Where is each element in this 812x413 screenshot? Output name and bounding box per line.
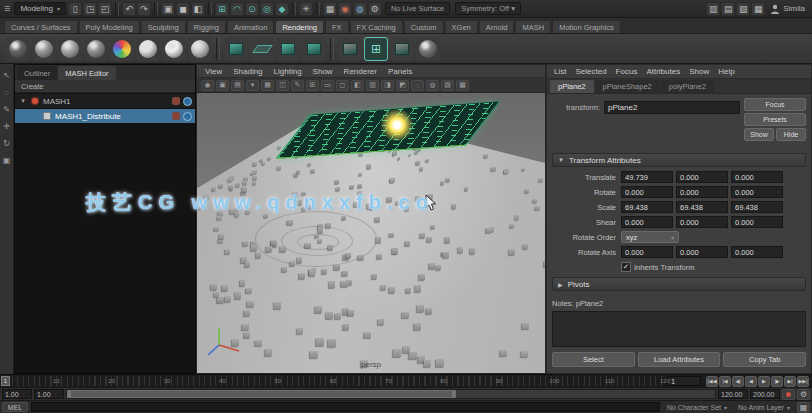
camera-attributes-icon[interactable]: ▤ bbox=[231, 80, 244, 91]
translate-x-field[interactable] bbox=[621, 171, 673, 183]
film-gate-icon[interactable]: ▭ bbox=[321, 80, 334, 91]
paint-select-tool-icon[interactable]: ✎ bbox=[1, 104, 12, 115]
snap-to-grid-icon[interactable]: ⊞ bbox=[215, 2, 229, 16]
lasso-tool-icon[interactable]: ◌ bbox=[1, 87, 12, 98]
shelf-tab-fx[interactable]: FX bbox=[325, 20, 349, 33]
ae-menu-selected[interactable]: Selected bbox=[575, 67, 606, 76]
new-scene-icon[interactable]: ▯ bbox=[68, 2, 82, 16]
select-object-icon[interactable]: ◼ bbox=[176, 2, 190, 16]
resolution-gate-icon[interactable]: ◻ bbox=[336, 80, 349, 91]
redo-icon[interactable]: ↷ bbox=[137, 2, 151, 16]
step-back-key-button[interactable]: ◀| bbox=[732, 376, 744, 387]
shelf-tab-sculpting[interactable]: Sculpting bbox=[141, 20, 186, 33]
ae-menu-list[interactable]: List bbox=[554, 67, 566, 76]
scale-z-field[interactable] bbox=[731, 201, 783, 213]
menuset-dropdown[interactable]: Modeling ▾ bbox=[14, 2, 65, 15]
blinn-material-icon[interactable] bbox=[32, 37, 56, 61]
shelf-tab-mash[interactable]: MASH bbox=[515, 20, 551, 33]
shelf-tab-curves-surfaces[interactable]: Curves / Surfaces bbox=[4, 20, 78, 33]
symmetry-dropdown[interactable]: Symmetry: Off ▾ bbox=[455, 2, 521, 15]
open-scene-icon[interactable]: ◳ bbox=[83, 2, 97, 16]
ae-menu-focus[interactable]: Focus bbox=[616, 67, 638, 76]
ae-menu-attributes[interactable]: Attributes bbox=[646, 67, 680, 76]
hair-shader-icon[interactable] bbox=[136, 37, 160, 61]
lock-camera-icon[interactable]: ▣ bbox=[216, 80, 229, 91]
copy-tab-button[interactable]: Copy Tab bbox=[723, 352, 806, 367]
area-light-icon[interactable] bbox=[276, 37, 300, 61]
gate-mask-icon[interactable]: ◧ bbox=[351, 80, 364, 91]
playback-start-field[interactable] bbox=[34, 389, 64, 399]
workspace-menu-icon[interactable]: ≡ bbox=[4, 3, 10, 14]
shaderfx-material-icon[interactable] bbox=[162, 37, 186, 61]
rotate-axis-y-field[interactable] bbox=[676, 246, 728, 258]
lambert-material-icon[interactable] bbox=[58, 37, 82, 61]
point-light-icon[interactable] bbox=[224, 37, 248, 61]
shelf-tab-animation[interactable]: Animation bbox=[227, 20, 274, 33]
mash-grid-icon[interactable] bbox=[390, 37, 414, 61]
grid-icon[interactable]: ⊞ bbox=[306, 80, 319, 91]
select-camera-icon[interactable]: ◉ bbox=[201, 80, 214, 91]
translate-z-field[interactable] bbox=[731, 171, 783, 183]
step-forward-key-button[interactable]: |▶ bbox=[771, 376, 783, 387]
rotate-y-field[interactable] bbox=[676, 186, 728, 198]
viewport-menu-show[interactable]: Show bbox=[313, 67, 333, 76]
translate-y-field[interactable] bbox=[676, 171, 728, 183]
snap-to-curve-icon[interactable]: ◠ bbox=[230, 2, 244, 16]
shear-x-field[interactable] bbox=[621, 216, 673, 228]
select-hierarchy-icon[interactable]: ▣ bbox=[161, 2, 175, 16]
make-live-icon[interactable]: ◆ bbox=[275, 2, 289, 16]
hide-button[interactable]: Hide bbox=[776, 128, 806, 141]
range-slider-track[interactable] bbox=[66, 389, 716, 399]
panel-tab-outliner[interactable]: Outliner bbox=[17, 66, 57, 80]
anim-layer-dropdown[interactable]: No Anim Layer ▾ bbox=[734, 404, 794, 411]
render-view-shelf-icon[interactable] bbox=[338, 37, 362, 61]
ae-menu-show[interactable]: Show bbox=[689, 67, 709, 76]
time-slider-track[interactable]: 1 102030405060708090100110120 bbox=[1, 376, 665, 386]
snap-to-view-plane-icon[interactable]: ◎ bbox=[260, 2, 274, 16]
live-surface-field[interactable]: No Live Surface bbox=[385, 2, 450, 15]
go-to-start-button[interactable]: |◀◀ bbox=[706, 376, 718, 387]
undo-icon[interactable]: ↶ bbox=[122, 2, 136, 16]
wireframe-on-shaded-icon[interactable]: ▩ bbox=[456, 80, 469, 91]
safe-title-icon[interactable]: ◩ bbox=[396, 80, 409, 91]
node-state-toggle[interactable] bbox=[172, 97, 180, 105]
step-forward-frame-button[interactable]: ▶| bbox=[784, 376, 796, 387]
ae-tab-pplane2[interactable]: pPlane2 bbox=[550, 80, 594, 93]
menu-create[interactable]: Create bbox=[21, 82, 44, 91]
ae-menu-help[interactable]: Help bbox=[718, 67, 734, 76]
modeling-toolkit-toggle-icon[interactable]: ▥ bbox=[706, 2, 720, 16]
ramp-material-icon[interactable] bbox=[110, 37, 134, 61]
snap-to-point-icon[interactable]: ⊙ bbox=[245, 2, 259, 16]
viewport-menu-view[interactable]: View bbox=[205, 67, 222, 76]
viewport-menu-lighting[interactable]: Lighting bbox=[274, 67, 302, 76]
construction-history-icon[interactable]: ✳ bbox=[299, 2, 313, 16]
safe-action-icon[interactable]: ◨ bbox=[381, 80, 394, 91]
transform-name-field[interactable] bbox=[604, 101, 740, 114]
command-language-toggle[interactable]: MEL bbox=[2, 402, 28, 412]
bookmarks-icon[interactable]: ▾ bbox=[246, 80, 259, 91]
character-set-dropdown[interactable]: No Character Set ▾ bbox=[663, 404, 731, 411]
rotate-x-field[interactable] bbox=[621, 186, 673, 198]
animation-start-field[interactable] bbox=[2, 389, 32, 399]
pivots-section[interactable]: ▶ Pivots bbox=[552, 277, 806, 291]
ae-tab-polyplane2[interactable]: polyPlane2 bbox=[661, 80, 714, 93]
viewport-canvas[interactable]: persp bbox=[197, 93, 545, 373]
time-slider[interactable]: 1 102030405060708090100110120 |◀◀|◀◀|◀▶|… bbox=[0, 374, 812, 387]
render-view-icon[interactable]: ▦ bbox=[323, 2, 337, 16]
viewport-menu-panels[interactable]: Panels bbox=[388, 67, 412, 76]
shear-y-field[interactable] bbox=[676, 216, 728, 228]
current-frame-marker[interactable]: 1 bbox=[1, 376, 10, 386]
animation-preferences-button[interactable]: ⚙ bbox=[797, 389, 810, 400]
save-scene-icon[interactable]: ◰ bbox=[98, 2, 112, 16]
current-time-field[interactable] bbox=[667, 376, 701, 386]
sky-dome-light-icon[interactable] bbox=[302, 37, 326, 61]
animation-end-field[interactable] bbox=[750, 389, 780, 399]
render-current-frame-icon[interactable]: ◉ bbox=[338, 2, 352, 16]
shelf-tab-motion-graphics[interactable]: Motion Graphics bbox=[552, 20, 621, 33]
shear-z-field[interactable] bbox=[731, 216, 783, 228]
surface-shader-icon[interactable] bbox=[188, 37, 212, 61]
playback-end-field[interactable] bbox=[718, 389, 748, 399]
rotate-z-field[interactable] bbox=[731, 186, 783, 198]
presets-button[interactable]: Presets bbox=[744, 113, 806, 126]
mash-network-icon[interactable]: ⊞ bbox=[364, 37, 388, 61]
